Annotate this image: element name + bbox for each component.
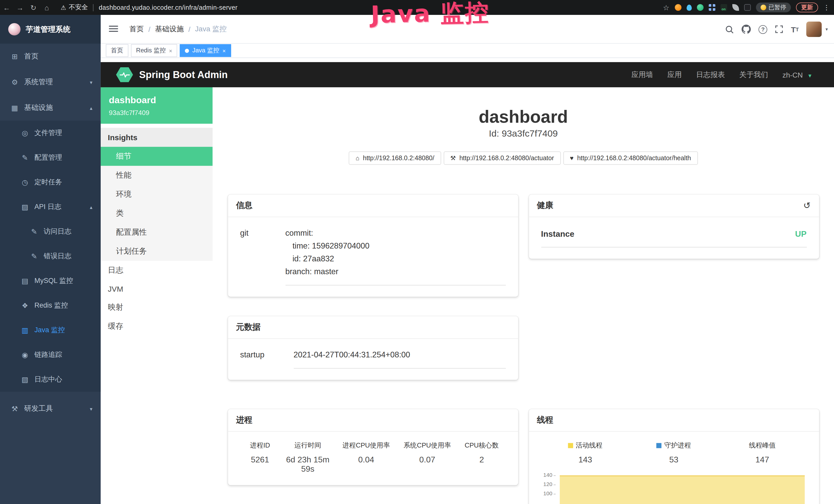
sidebar-item-label: Redis 监控 <box>35 301 68 310</box>
instance-health-row[interactable]: Instance UP <box>541 230 807 248</box>
bookmark-star-icon[interactable]: ☆ <box>663 3 670 12</box>
back-icon[interactable]: ← <box>0 3 13 12</box>
process-value-cpu: 0.04 <box>336 455 397 464</box>
status-badge: UP <box>795 230 807 239</box>
font-size-icon[interactable]: TT <box>791 25 799 33</box>
extension-grid-icon[interactable] <box>708 4 715 11</box>
sidebar-toggle-icon[interactable] <box>109 26 118 32</box>
forward-icon[interactable]: → <box>13 3 27 12</box>
sba-item-jvm[interactable]: JVM <box>101 280 213 298</box>
extension-on-badge-icon[interactable]: on <box>720 4 727 11</box>
sidebar-item-error-log[interactable]: ✎ 错误日志 <box>0 244 101 269</box>
process-value-syscpu: 0.07 <box>397 455 458 464</box>
url-text[interactable]: dashboard.yudao.iocoder.cn/infra/admin-s… <box>98 4 237 11</box>
tab-redis-monitor[interactable]: Redis 监控 × <box>131 44 177 57</box>
chevron-up-icon: ▴ <box>90 105 92 111</box>
browser-update-button[interactable]: 更新 <box>796 3 818 12</box>
page-title: dashboard <box>213 107 834 127</box>
browser-actions: ☆ on 已暂停 更新 ⋮ <box>663 3 834 12</box>
sba-item-caches[interactable]: 缓存 <box>101 317 213 336</box>
sidebar-item-cron-job[interactable]: ◷ 定时任务 <box>0 170 101 194</box>
fullscreen-icon[interactable] <box>775 25 783 33</box>
sba-sidebar: dashboard 93a3fc7f7409 Insights 细节 性能 环境… <box>101 87 213 504</box>
sidebar-item-label: 日志中心 <box>35 375 62 384</box>
sidebar-item-infra[interactable]: ▦ 基础设施 ▴ <box>0 95 101 121</box>
sidebar-item-label: 首页 <box>24 52 39 61</box>
sba-item-logs[interactable]: 日志 <box>101 261 213 280</box>
reload-icon[interactable]: ↻ <box>27 3 40 12</box>
tab-java-monitor[interactable]: Java 监控 × <box>180 44 231 57</box>
avatar-caret-icon[interactable]: ▾ <box>826 27 828 32</box>
sidebar-item-system[interactable]: ⚙ 系统管理 ▾ <box>0 69 101 95</box>
sidebar-item-label: API 日志 <box>35 202 61 211</box>
legend-swatch-daemon <box>657 443 662 448</box>
sidebar-item-label: 文件管理 <box>35 129 62 138</box>
sidebar-item-redis-monitor[interactable]: ❖ Redis 监控 <box>0 293 101 318</box>
service-url-button[interactable]: ⌂ http://192.168.0.2:48080/ <box>349 152 441 165</box>
sba-item-environment[interactable]: 环境 <box>101 185 213 204</box>
breadcrumb-home[interactable]: 首页 <box>129 25 144 34</box>
extension-drop-icon[interactable] <box>686 4 692 10</box>
close-icon[interactable]: × <box>169 47 172 54</box>
breadcrumb-separator: / <box>189 25 191 33</box>
process-header-uptime: 运行时间 <box>280 441 336 450</box>
help-icon[interactable]: ? <box>759 25 767 33</box>
sba-item-metrics[interactable]: 性能 <box>101 166 213 185</box>
extension-green-icon[interactable] <box>697 4 703 11</box>
extensions-puzzle-icon[interactable] <box>744 4 750 11</box>
infrastructure-icon: ▦ <box>10 104 19 112</box>
actuator-url-button[interactable]: ⚒ http://192.168.0.2:48080/actuator <box>444 152 561 165</box>
info-card: 信息 git commit: time: 1596289704000 id: 2… <box>228 194 518 297</box>
sba-title: Spring Boot Admin <box>139 69 228 81</box>
sba-item-details[interactable]: 细节 <box>101 147 213 166</box>
sba-brand[interactable]: Spring Boot Admin <box>101 67 228 82</box>
extension-orange-icon[interactable] <box>675 4 681 11</box>
sba-item-configprops[interactable]: 配置属性 <box>101 223 213 242</box>
sidebar-item-access-log[interactable]: ✎ 访问日志 <box>0 219 101 244</box>
profile-paused-chip[interactable]: 已暂停 <box>756 3 791 12</box>
sidebar-item-mysql-monitor[interactable]: ▤ MySQL 监控 <box>0 269 101 293</box>
browser-menu-icon[interactable]: ⋮ <box>823 4 830 11</box>
security-label[interactable]: 不安全 <box>69 3 88 12</box>
sidebar-item-api-log[interactable]: ▨ API 日志 ▴ <box>0 194 101 219</box>
history-icon[interactable]: ↺ <box>804 200 811 211</box>
on-badge-label: on <box>722 7 726 11</box>
threads-legend: 活动线程 143 守护进程 53 <box>541 441 807 464</box>
tab-home[interactable]: 首页 <box>106 44 128 57</box>
sba-nav-wall[interactable]: 应用墙 <box>631 70 653 79</box>
sba-item-classes[interactable]: 类 <box>101 204 213 223</box>
app-logo[interactable]: 芋道管理系统 <box>0 15 101 44</box>
sidebar-item-file-manage[interactable]: ◎ 文件管理 <box>0 121 101 145</box>
sba-item-scheduledtasks[interactable]: 计划任务 <box>101 242 213 261</box>
browser-home-icon[interactable]: ⌂ <box>40 3 53 12</box>
sidebar-item-home[interactable]: ⊞ 首页 <box>0 44 101 69</box>
sba-instance-header[interactable]: dashboard 93a3fc7f7409 <box>101 87 213 124</box>
github-icon[interactable] <box>742 25 751 34</box>
sba-nav-applications[interactable]: 应用 <box>667 70 682 79</box>
threads-card: 线程 活动线程 143 守护进程 <box>529 409 819 504</box>
sidebar-item-tracing[interactable]: ◉ 链路追踪 <box>0 343 101 367</box>
sba-nav-about[interactable]: 关于我们 <box>739 70 768 79</box>
redis-icon: ❖ <box>21 301 29 310</box>
sba-locale-select[interactable]: zh-CN ▼ <box>782 71 812 79</box>
close-icon[interactable]: × <box>222 47 226 54</box>
sidebar-item-label: Java 监控 <box>35 325 65 335</box>
git-id-line: id: 27aa832 <box>285 252 506 265</box>
cards-grid: 信息 git commit: time: 1596289704000 id: 2… <box>228 194 819 504</box>
sba-nav-journal[interactable]: 日志报表 <box>696 70 725 79</box>
breadcrumb-section[interactable]: 基础设施 <box>155 25 184 34</box>
user-avatar[interactable] <box>807 22 822 37</box>
tab-label: Redis 监控 <box>136 46 166 55</box>
sidebar-item-config-manage[interactable]: ✎ 配置管理 <box>0 145 101 170</box>
threads-chart: 140 120 100 <box>541 472 807 504</box>
sidebar-item-log-center[interactable]: ▧ 日志中心 <box>0 367 101 392</box>
extension-leaf-icon[interactable] <box>732 4 739 11</box>
sidebar-item-java-monitor[interactable]: ▥ Java 监控 <box>0 318 101 343</box>
sidebar-item-dev-tools[interactable]: ⚒ 研发工具 ▾ <box>0 396 101 421</box>
search-icon[interactable] <box>725 25 734 33</box>
sba-item-mappings[interactable]: 映射 <box>101 298 213 317</box>
legend-label-live: 活动线程 <box>576 441 602 450</box>
home-icon: ⌂ <box>356 155 359 162</box>
health-url-button[interactable]: ♥ http://192.168.0.2:48080/actuator/heal… <box>563 152 698 165</box>
instance-name: dashboard <box>109 95 204 106</box>
